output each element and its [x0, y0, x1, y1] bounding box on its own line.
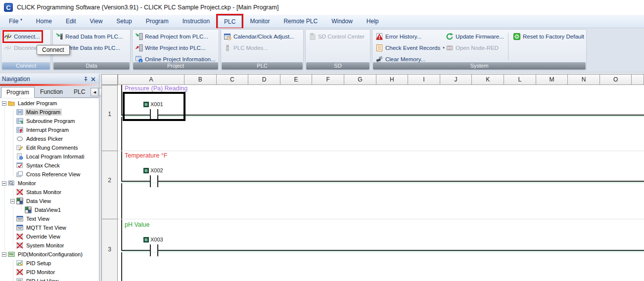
tree-item-override-view[interactable]: OVOverride View: [0, 232, 62, 241]
column-header-j[interactable]: J: [440, 74, 472, 85]
column-header-d[interactable]: D: [248, 74, 280, 85]
ribbon-button-reset-to-factory-default[interactable]: Reset to Factory Default: [513, 32, 584, 41]
ribbon-button-calendar-clock-adjust[interactable]: Calendar/Clock Adjust...: [224, 32, 294, 41]
bit-type-badge: B: [143, 237, 149, 242]
column-header-e[interactable]: E: [280, 74, 313, 85]
ladder-editor: ABCDEFGHIJKLMNO1BX001Pressure (Pa) Readi…: [101, 74, 644, 281]
column-header-b[interactable]: B: [184, 74, 217, 85]
tree-item-syntax-check[interactable]: Syntax Check: [0, 161, 61, 170]
menu-item-plc[interactable]: PLC: [218, 15, 242, 28]
close-icon[interactable]: [90, 76, 97, 83]
dropdown-arrow-icon: ▾: [20, 18, 22, 22]
column-header-partial: [631, 74, 644, 85]
tree-item-pid-monitor-configuration[interactable]: PIDPID(Monitor/Configuration): [0, 250, 84, 259]
override-view-icon: OV: [16, 233, 23, 240]
ribbon-button-check-event-records[interactable]: Check Event Records▾: [375, 43, 445, 53]
ribbon-button-read-project-from-plc[interactable]: Read Project from PLC...: [135, 32, 208, 41]
menu-item-label: File: [9, 18, 18, 25]
navigation-header: Navigation: [0, 74, 99, 84]
menu-item-instruction[interactable]: Instruction: [176, 15, 217, 28]
tree-item-local-program-informati[interactable]: iLocal Program Informati: [0, 152, 86, 161]
tree-expander-minus[interactable]: [10, 199, 15, 203]
tree-item-ladder-program[interactable]: Ladder Program: [0, 99, 59, 108]
tree-item-monitor[interactable]: Monitor: [0, 179, 38, 188]
ribbon-button-read-data-from-plc[interactable]: Read Data from PLC...: [55, 32, 123, 41]
tree-item-system-monitor[interactable]: System Monitor: [0, 241, 65, 250]
tree-item-pid-monitor[interactable]: PID Monitor: [0, 268, 56, 277]
tree-item-subroutine-program[interactable]: Subroutine Program: [0, 117, 76, 125]
tab-scroll-left-icon[interactable]: ◀: [91, 88, 98, 96]
rung-number-cell-2[interactable]: 2: [101, 151, 118, 219]
column-header-n[interactable]: N: [567, 74, 600, 85]
tree-expander-minus[interactable]: [2, 252, 6, 257]
ribbon-button-label: Update Firmware...: [456, 34, 504, 40]
column-header-i[interactable]: I: [408, 74, 440, 85]
column-header-k[interactable]: K: [471, 74, 504, 85]
menu-item-window[interactable]: Window: [324, 15, 360, 28]
rung-number-cell-1[interactable]: 1: [101, 85, 118, 151]
column-header-a[interactable]: A: [118, 74, 184, 85]
tree-item-interrupt-program[interactable]: Interrupt Program: [0, 125, 70, 134]
svg-text:TXT: TXT: [17, 227, 22, 230]
write-project-icon: [135, 44, 143, 52]
rung-highlight: [121, 251, 644, 252]
tree-item-mqtt-text-view[interactable]: TXTMQTT Text View: [0, 223, 68, 232]
ribbon-button-connect[interactable]: Connect...: [4, 32, 42, 41]
svg-text:ON: ON: [20, 199, 23, 201]
data-view-icon: ON: [16, 198, 23, 204]
tree-item-address-picker[interactable]: Address Picker: [0, 134, 64, 143]
tree-item-label: PID(Monitor/Configuration): [16, 251, 84, 258]
menu-item-program[interactable]: Program: [139, 15, 176, 28]
ribbon-button-update-firmware[interactable]: Update Firmware...: [446, 32, 504, 41]
text-view-icon: TXT: [16, 215, 23, 222]
ribbon-button-write-project-into-plc[interactable]: Write Project into PLC...: [135, 43, 206, 53]
column-header-f[interactable]: F: [312, 74, 344, 85]
tree-item-pid-setup[interactable]: PID Setup: [0, 259, 52, 268]
ribbon-group-sd: SD Control CenterSD: [305, 29, 370, 71]
column-header-m[interactable]: M: [536, 74, 568, 85]
tree-item-data-view[interactable]: ONData View: [0, 197, 52, 205]
column-header-g[interactable]: G: [344, 74, 376, 85]
tree-item-status-monitor[interactable]: Status Monitor: [0, 188, 63, 197]
tree-expander-minus[interactable]: [2, 101, 6, 106]
group-separator: [508, 33, 508, 60]
menu-item-monitor[interactable]: Monitor: [243, 15, 276, 28]
read-project-icon: [135, 33, 143, 40]
column-header-c[interactable]: C: [216, 74, 249, 85]
contact-x003[interactable]: BX003: [143, 237, 163, 242]
tab-plc[interactable]: PLC: [68, 86, 91, 97]
menu-item-file[interactable]: File▾: [2, 15, 29, 28]
contact-x002[interactable]: BX002: [143, 167, 163, 173]
column-header-o[interactable]: O: [599, 74, 632, 85]
read-data-icon: [55, 33, 63, 40]
tree-expander-minus[interactable]: [2, 181, 6, 186]
menu-item-setup[interactable]: Setup: [109, 15, 138, 28]
tree-item-label: PID List View: [25, 278, 60, 281]
rung-comment[interactable]: pH Value: [125, 221, 150, 228]
menu-item-home[interactable]: Home: [29, 15, 59, 28]
interrupt-program-icon: [16, 126, 23, 133]
pin-icon[interactable]: [82, 76, 90, 83]
menu-item-remote-plc[interactable]: Remote PLC: [276, 15, 324, 28]
column-header-l[interactable]: L: [504, 74, 536, 85]
tree-item-pid-list-view[interactable]: PID List View: [0, 277, 60, 281]
rung-comment[interactable]: Pressure (Pa) Reading: [125, 85, 187, 92]
ribbon-button-label: Open Node-RED: [456, 45, 499, 51]
tree-item-edit-rung-comments[interactable]: Edit Rung Comments: [0, 143, 80, 152]
tree-item-text-view[interactable]: TXTText View: [0, 214, 51, 223]
rung-comment[interactable]: Temperature °F: [125, 152, 167, 159]
ribbon-button-error-history[interactable]: Error History...: [375, 32, 421, 41]
data-view-icon: ON: [25, 206, 32, 213]
ribbon-button-label: PLC Modes...: [233, 45, 268, 51]
tab-function[interactable]: Function: [35, 86, 68, 97]
menu-item-help[interactable]: Help: [360, 15, 386, 28]
tab-program[interactable]: Program: [1, 87, 35, 98]
column-header-h[interactable]: H: [376, 74, 409, 85]
menu-item-edit[interactable]: Edit: [59, 15, 83, 28]
tree-item-cross-reference-view[interactable]: Cross Reference View: [0, 170, 82, 179]
tree-item-main-program[interactable]: Main Program: [0, 108, 62, 117]
menu-item-view[interactable]: View: [83, 15, 110, 28]
tree-item-dataview1[interactable]: ONDataView1: [0, 205, 62, 214]
rung-highlight: [121, 182, 644, 183]
rung-number-cell-3[interactable]: 3: [101, 219, 118, 281]
